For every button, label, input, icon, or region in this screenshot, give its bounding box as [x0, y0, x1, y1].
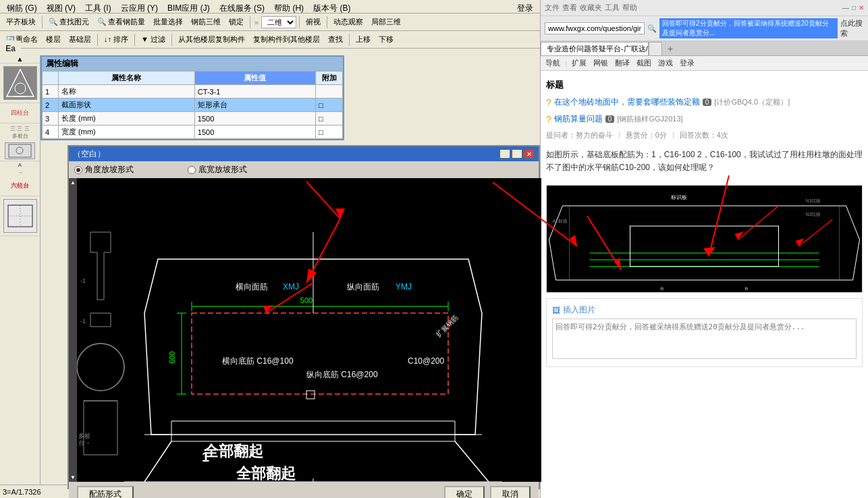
btn-copy-from[interactable]: 从其他楼层复制构件 [175, 33, 248, 46]
sec-screenshot[interactable]: 截图 [634, 57, 653, 69]
table-row[interactable]: 4 宽度 (mm) 1500 □ [43, 126, 343, 139]
sep-7 [171, 34, 172, 46]
radio-angle-slope[interactable]: 角度放坡形式 [74, 164, 134, 175]
sidebar-item-scroll-up[interactable]: ▲ [0, 55, 40, 63]
browser-menu-help[interactable]: 帮助 [622, 3, 637, 13]
btn-shangyi[interactable]: 上移 [352, 33, 374, 46]
menu-bangzhu[interactable]: 帮助 (H) [270, 1, 308, 11]
btn-copy-to[interactable]: 复制构件到其他楼层 [250, 33, 323, 46]
btn-suoding[interactable]: 锁定 [225, 16, 247, 28]
insert-img-icon: 🖼 [552, 306, 560, 315]
sidebar-thumbnail-1[interactable] [0, 63, 40, 103]
menu-yunyingyong[interactable]: 云应用 (Y) [117, 1, 162, 11]
sidebar-thumbnail-3[interactable] [0, 196, 40, 236]
row-extra-1 [316, 85, 343, 99]
sidebar-text-2: 六柱台 [0, 176, 40, 196]
row-value-1[interactable]: CT-3-1 [194, 85, 315, 99]
btn-xiayi[interactable]: 下移 [375, 33, 397, 46]
badge-1: 0 [703, 99, 712, 106]
radio-bottom-slope[interactable]: 底宽放坡形式 [188, 164, 247, 175]
sep-1 [42, 16, 43, 28]
radio-bottom-label: 底宽放坡形式 [198, 164, 247, 175]
cad-dialog-title: （空白） [73, 148, 105, 160]
btn-guolv[interactable]: ▼ 过滤 [138, 33, 169, 46]
dropdown-view-mode[interactable]: 二维 [261, 16, 296, 28]
sep-5 [97, 34, 98, 46]
btn-chakan[interactable]: 🔍 查看钢筋量 [94, 16, 148, 28]
browser-content: 标题 ? 在这个地砖地面中，需要套哪些装饰定额 0 [计价GBQ4.0（定额）]… [541, 71, 868, 498]
btn-dongtai[interactable]: 动态观察 [330, 16, 367, 28]
browser-tab-main[interactable]: 专业造价问题答疑平台-广联达/ ✕ [541, 42, 649, 55]
sec-translate[interactable]: 翻译 [613, 57, 632, 69]
url-input[interactable] [545, 22, 645, 34]
window-minimize[interactable]: — [842, 4, 849, 11]
table-row[interactable]: 1 名称 CT-3-1 [43, 85, 343, 99]
left-sidebar: ▲ 四柱台 三 三 三 多桩台 [0, 55, 40, 498]
confirm-button[interactable]: 确定 [444, 486, 485, 498]
table-row[interactable]: 3 长度 (mm) 1500 □ [43, 112, 343, 126]
sidebar-arrow-right: → [0, 169, 40, 176]
menu-bimyingyong[interactable]: BIM应用 (J) [163, 1, 214, 11]
ea-marker: Ea [0, 40, 21, 57]
cad-canvas: ▲ ▼ -1 -1 多桩 台→ [69, 178, 539, 482]
cad-scrollbar[interactable]: ▲ ▼ [69, 178, 77, 482]
browser-menu-favorites[interactable]: 收藏夹 [580, 3, 602, 13]
sec-net[interactable]: 网银 [591, 57, 610, 69]
props-col-value: 属性值 [194, 72, 315, 85]
btn-jubu[interactable]: 局部三维 [368, 16, 404, 28]
sidebar-label-a: A [0, 161, 40, 169]
btn-piliang[interactable]: 批量选择 [150, 16, 186, 28]
menu-login[interactable]: 登录 [513, 1, 537, 11]
cancel-button[interactable]: 取消 [490, 486, 531, 498]
menu-banben[interactable]: 版本号 (B) [309, 1, 354, 11]
btn-gangqinsanwei[interactable]: 钢筋三维 [188, 16, 224, 28]
close-button[interactable]: ✕ [524, 149, 535, 159]
sec-games[interactable]: 游戏 [656, 57, 675, 69]
menu-bar: 钢筋 (G) 视图 (V) 工具 (I) 云应用 (Y) BIM应用 (J) 在… [0, 0, 540, 13]
row-value-4[interactable]: 1500 [194, 126, 315, 139]
sec-expand[interactable]: 扩展 [570, 57, 589, 69]
row-num-2: 2 [43, 99, 59, 112]
btn-zhaozhao[interactable]: 🔍 查找图元 [45, 16, 92, 28]
btn-paixu[interactable]: ↓↑ 排序 [101, 33, 132, 46]
svg-text:纵向面筋: 纵向面筋 [347, 282, 379, 292]
table-row[interactable]: 2 截面形状 矩形承台 □ [43, 99, 343, 112]
minimize-button[interactable]: _ [499, 149, 510, 159]
sec-login[interactable]: 登录 [678, 57, 697, 69]
browser-menu-view[interactable]: 查看 [562, 3, 577, 13]
menu-shitu[interactable]: 视图 (V) [43, 1, 80, 11]
browser-menu-tools[interactable]: 工具 [605, 3, 620, 13]
search-btn[interactable]: 回答即可得2分贡献分，回答被采纳得系统赠送20贡献分及提问者悬赏分... [659, 18, 838, 38]
svg-text:多桩: 多桩 [78, 433, 90, 439]
pei-jin-btn[interactable]: 配筋形式 [77, 486, 134, 498]
answer-box: 🖼 插入图片 [546, 298, 863, 367]
maximize-button[interactable]: □ [512, 149, 522, 159]
svg-text:500: 500 [300, 296, 313, 304]
browser-tab-2[interactable] [649, 42, 662, 55]
svg-text:YMJ: YMJ [396, 282, 412, 292]
row-value-2[interactable]: 矩形承台 [194, 99, 315, 112]
sec-nav[interactable]: 导航 [543, 57, 562, 69]
row-value-3[interactable]: 1500 [194, 112, 315, 126]
props-table: 属性名称 属性值 附加 1 名称 CT-3-1 2 截面形状 矩形承台 □ [42, 71, 343, 139]
menu-gangjin[interactable]: 钢筋 (G) [3, 1, 41, 11]
question-img-svg: AT标板 标识板 N1结板 N2结板 n n [547, 186, 862, 293]
btn-pingqibankuai[interactable]: 平齐板块 [3, 16, 39, 28]
new-tab-btn[interactable]: + [662, 42, 678, 55]
menu-zaixianfuwu[interactable]: 在线服务 (S) [215, 1, 269, 11]
browser-menu-file[interactable]: 文件 [545, 3, 560, 13]
btn-jichuceng[interactable]: 基础层 [65, 33, 94, 46]
window-close[interactable]: ✕ [859, 4, 864, 11]
answer-textarea[interactable] [552, 319, 857, 359]
window-maximize[interactable]: □ [852, 4, 856, 11]
search-label[interactable]: 点此搜索 [840, 18, 864, 38]
svg-text:横向底筋 C16@100: 横向底筋 C16@100 [222, 356, 294, 366]
question-link-2[interactable]: ? 钢筋算量问题 0 [钢筋抽样GGJ2013] [546, 111, 863, 128]
btn-fushi[interactable]: 俯视 [302, 16, 324, 28]
app-left-panel: 钢筋 (G) 视图 (V) 工具 (I) 云应用 (Y) BIM应用 (J) 在… [0, 0, 540, 498]
question-link-1[interactable]: ? 在这个地砖地面中，需要套哪些装饰定额 0 [计价GBQ4.0（定额）] [546, 94, 863, 111]
sidebar-small-item-1[interactable] [0, 141, 40, 161]
menu-gongju[interactable]: 工具 (I) [81, 1, 115, 11]
btn-search[interactable]: 查找 [325, 33, 346, 46]
btn-louceng[interactable]: 楼层 [43, 33, 64, 46]
